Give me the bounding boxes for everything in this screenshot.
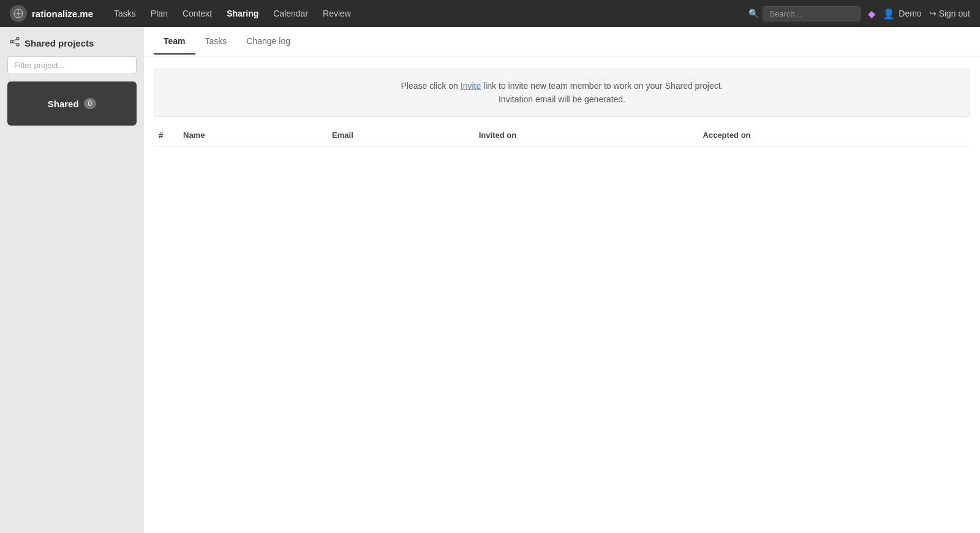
col-number: # (154, 124, 178, 146)
signout-label: Sign out (939, 9, 970, 18)
signout-icon: ↪ (929, 9, 937, 18)
svg-point-1 (17, 12, 20, 15)
nav-context[interactable]: Context (176, 5, 218, 22)
tab-team[interactable]: Team (154, 29, 195, 55)
share-icon (10, 37, 20, 49)
nav-sharing[interactable]: Sharing (221, 5, 265, 22)
user-menu[interactable]: 👤 Demo (883, 8, 921, 20)
svg-point-7 (10, 40, 13, 43)
invite-info-banner: Please click on Invite link to invite ne… (154, 69, 970, 117)
nav-calendar[interactable]: Calendar (267, 5, 314, 22)
diamond-icon: ◆ (868, 8, 875, 20)
svg-line-10 (13, 42, 17, 44)
svg-line-9 (13, 39, 17, 41)
col-invited-on: Invited on (474, 124, 698, 146)
user-label: Demo (899, 9, 921, 18)
tab-bar: Team Tasks Change log (144, 27, 980, 56)
main-layout: Shared projects Shared 0 Team Tasks Chan… (0, 27, 980, 533)
nav-links: Tasks Plan Context Sharing Calendar Revi… (108, 5, 748, 22)
col-accepted-on: Accepted on (698, 124, 970, 146)
main-content: Team Tasks Change log Please click on In… (144, 27, 980, 533)
nav-review[interactable]: Review (317, 5, 357, 22)
top-navigation: rationalize.me Tasks Plan Context Sharin… (0, 0, 980, 27)
filter-project-input[interactable] (7, 56, 137, 74)
project-badge: 0 (84, 98, 97, 109)
svg-point-8 (17, 43, 19, 46)
svg-point-6 (17, 37, 19, 40)
search-input[interactable] (763, 6, 861, 21)
nav-right: 🔍 ◆ 👤 Demo ↪ Sign out (748, 6, 970, 21)
team-table: # Name Email Invited on Accepted on (154, 124, 970, 146)
tab-changelog[interactable]: Change log (236, 29, 300, 55)
tab-tasks[interactable]: Tasks (195, 29, 237, 55)
shared-project-card[interactable]: Shared 0 (7, 81, 137, 126)
logo-text: rationalize.me (32, 9, 93, 19)
invite-link[interactable]: Invite (461, 81, 481, 91)
project-card-label: Shared (48, 99, 79, 109)
sidebar-header: Shared projects (7, 37, 137, 49)
search-icon: 🔍 (748, 9, 759, 18)
app-logo[interactable]: rationalize.me (10, 5, 93, 22)
banner-line1: Please click on Invite link to invite ne… (164, 79, 960, 93)
table-header-row: # Name Email Invited on Accepted on (154, 124, 970, 146)
logo-icon (10, 5, 27, 22)
nav-plan[interactable]: Plan (145, 5, 174, 22)
search-wrapper: 🔍 (748, 6, 861, 21)
user-icon: 👤 (883, 8, 895, 20)
banner-line2: Invitation email will be generated. (164, 93, 960, 106)
col-email: Email (327, 124, 474, 146)
sidebar-title: Shared projects (24, 38, 94, 48)
sign-out-button[interactable]: ↪ Sign out (929, 9, 970, 18)
sidebar: Shared projects Shared 0 (0, 27, 144, 533)
nav-tasks[interactable]: Tasks (108, 5, 142, 22)
col-name: Name (178, 124, 327, 146)
team-table-wrapper: # Name Email Invited on Accepted on (144, 124, 980, 146)
